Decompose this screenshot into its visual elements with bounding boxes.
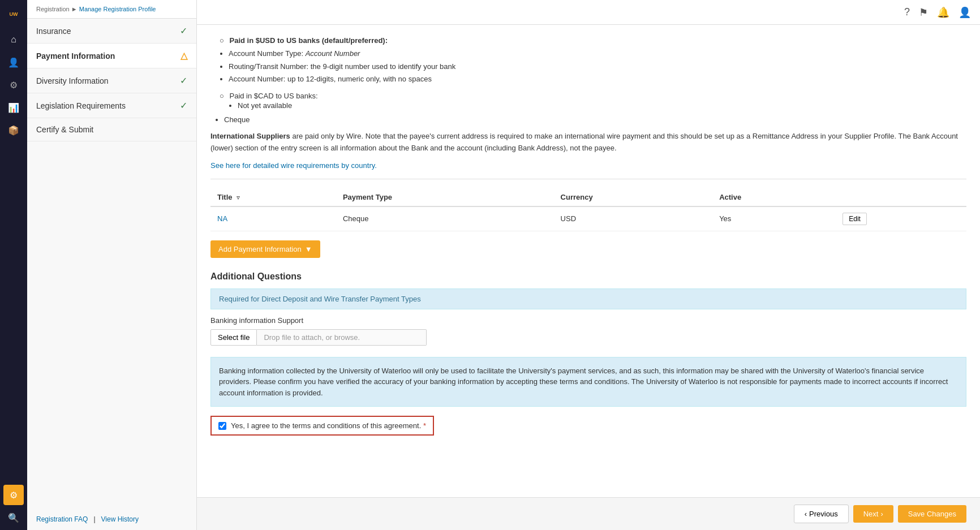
cheque-section: Cheque	[224, 115, 966, 124]
next-button[interactable]: Next ›	[853, 505, 893, 523]
sidebar-item-insurance-label: Insurance	[36, 27, 180, 36]
account-number-type-value: Account Number	[306, 49, 360, 58]
terms-checkbox-text: Yes, I agree to the terms and conditions…	[231, 421, 421, 430]
breadcrumb: Registration ► Manage Registration Profi…	[36, 6, 187, 12]
col-currency: Currency	[554, 188, 713, 206]
paid-cad-list: Not yet available	[238, 100, 966, 111]
account-number-type-label: Account Number Type:	[229, 49, 303, 58]
nav-package-icon[interactable]: 📦	[3, 120, 24, 140]
section-divider	[210, 179, 966, 179]
previous-label: Previous	[809, 510, 838, 518]
add-payment-label: Add Payment Information	[218, 245, 302, 253]
table-row: NA Cheque USD Yes Edit	[210, 206, 966, 231]
wire-requirements-link[interactable]: See here for detailed wire requirements …	[210, 161, 377, 170]
terms-box: Banking information collected by the Uni…	[210, 357, 966, 407]
title-sort-icon[interactable]: ▿	[237, 194, 240, 201]
add-payment-dropdown-icon: ▼	[305, 245, 312, 253]
nav-chart-icon[interactable]: 📊	[3, 97, 24, 118]
cheque-item: Cheque	[224, 115, 966, 124]
sidebar-item-payment-label: Payment Information	[36, 51, 180, 61]
sidebar-item-certify-label: Certify & Submit	[36, 125, 187, 134]
top-bar: ? ⚑ 🔔 👤	[197, 0, 980, 25]
col-title: Title ▿	[210, 188, 336, 206]
international-bold: International Suppliers	[210, 132, 290, 140]
sidebar-item-insurance[interactable]: Insurance ✓	[27, 19, 196, 44]
breadcrumb-root: Registration	[36, 6, 70, 12]
sidebar-header: Registration ► Manage Registration Profi…	[27, 0, 196, 19]
sidebar-item-diversity-information[interactable]: Diversity Information ✓	[27, 68, 196, 93]
payment-table: Title ▿ Payment Type Currency Active NA …	[210, 188, 966, 231]
nav-settings-icon[interactable]: ⚙	[3, 75, 24, 95]
next-arrow-icon: ›	[880, 510, 883, 518]
diversity-check-icon: ✓	[180, 75, 187, 86]
nav-search-icon[interactable]: 🔍	[3, 507, 24, 528]
terms-checkbox-row: Yes, I agree to the terms and conditions…	[210, 416, 434, 436]
col-active: Active	[712, 188, 836, 206]
legislation-check-icon: ✓	[180, 100, 187, 111]
account-number-item: Account Number: up to 12-digits, numeric…	[229, 74, 966, 85]
nav-users-icon[interactable]: 👤	[3, 52, 24, 72]
account-number-type-item: Account Number Type: Account Number	[229, 48, 966, 59]
payment-table-header: Title ▿ Payment Type Currency Active	[210, 188, 966, 206]
select-file-button[interactable]: Select file	[210, 329, 257, 346]
file-drop-area[interactable]: Drop file to attach, or browse.	[257, 329, 427, 346]
main-wrapper: ? ⚑ 🔔 👤 ○ Paid in $USD to US banks (defa…	[197, 0, 980, 530]
view-history-link[interactable]: View History	[101, 515, 139, 523]
previous-button[interactable]: ‹ Previous	[794, 505, 849, 523]
paid-usd-section: ○ Paid in $USD to US banks (default/pref…	[210, 36, 966, 85]
sidebar-item-legislation-label: Legislation Requirements	[36, 101, 180, 110]
content-area: ○ Paid in $USD to US banks (default/pref…	[197, 25, 980, 497]
required-info-box: Required for Direct Deposit and Wire Tra…	[210, 288, 966, 309]
top-bar-right: ? ⚑ 🔔 👤	[904, 6, 971, 19]
help-icon[interactable]: ?	[904, 6, 910, 18]
bell-icon[interactable]: 🔔	[937, 6, 949, 19]
cell-title: NA	[210, 206, 336, 231]
file-upload-area: Select file Drop file to attach, or brow…	[210, 329, 966, 346]
sidebar-item-diversity-label: Diversity Information	[36, 76, 180, 85]
flag-icon[interactable]: ⚑	[919, 6, 928, 19]
cell-active: Yes	[712, 206, 836, 231]
paid-usd-list: Account Number Type: Account Number Rout…	[229, 48, 966, 85]
previous-arrow-icon: ‹	[805, 510, 807, 518]
payment-table-header-row: Title ▿ Payment Type Currency Active	[210, 188, 966, 206]
sidebar-links: Registration FAQ | View History	[27, 509, 196, 530]
cell-payment-type: Cheque	[336, 206, 554, 231]
app-logo: UW	[3, 5, 24, 25]
insurance-check-icon: ✓	[180, 25, 187, 36]
user-icon[interactable]: 👤	[958, 6, 971, 19]
sidebar-item-payment-information[interactable]: Payment Information △	[27, 44, 196, 68]
additional-questions-title: Additional Questions	[210, 272, 966, 282]
breadcrumb-separator: ►	[71, 6, 79, 12]
terms-checkbox[interactable]	[218, 422, 226, 430]
na-link[interactable]: NA	[217, 214, 227, 223]
paid-cad-bullet: ○	[220, 92, 224, 100]
paid-usd-bullet: ○	[220, 36, 224, 45]
paid-cad-section: ○ Paid in $CAD to US banks: Not yet avai…	[220, 92, 966, 111]
breadcrumb-current[interactable]: Manage Registration Profile	[79, 6, 156, 12]
cell-edit: Edit	[836, 206, 966, 231]
edit-button[interactable]: Edit	[843, 213, 867, 225]
paid-cad-label: Paid in $CAD to US banks:	[229, 92, 317, 100]
required-star: *	[423, 421, 426, 430]
col-payment-type: Payment Type	[336, 188, 554, 206]
add-payment-button[interactable]: Add Payment Information ▼	[210, 240, 320, 258]
registration-faq-link[interactable]: Registration FAQ	[36, 515, 88, 523]
sidebar-item-legislation[interactable]: Legislation Requirements ✓	[27, 93, 196, 118]
payment-table-body: NA Cheque USD Yes Edit	[210, 206, 966, 231]
cell-currency: USD	[554, 206, 713, 231]
payment-warning-icon: △	[180, 50, 187, 61]
international-text-body: are paid only by Wire. Note that the pay…	[210, 132, 958, 152]
sidebar-item-certify-submit[interactable]: Certify & Submit	[27, 118, 196, 141]
paid-usd-label: Paid in $USD to US banks (default/prefer…	[229, 36, 388, 45]
col-actions	[836, 188, 966, 206]
nav-home-icon[interactable]: ⌂	[3, 29, 24, 50]
banking-support-label: Banking information Support	[210, 316, 966, 325]
sidebar: Registration ► Manage Registration Profi…	[27, 0, 197, 530]
nav-gear-active-icon[interactable]: ⚙	[3, 485, 24, 505]
left-nav-bar: UW ⌂ 👤 ⚙ 📊 📦 ⚙ 🔍	[0, 0, 27, 530]
not-yet-available-item: Not yet available	[238, 100, 966, 111]
next-label: Next	[863, 510, 879, 518]
save-changes-button[interactable]: Save Changes	[898, 505, 966, 523]
terms-checkbox-label[interactable]: Yes, I agree to the terms and conditions…	[231, 421, 426, 430]
additional-questions-section: Additional Questions Required for Direct…	[210, 272, 966, 447]
